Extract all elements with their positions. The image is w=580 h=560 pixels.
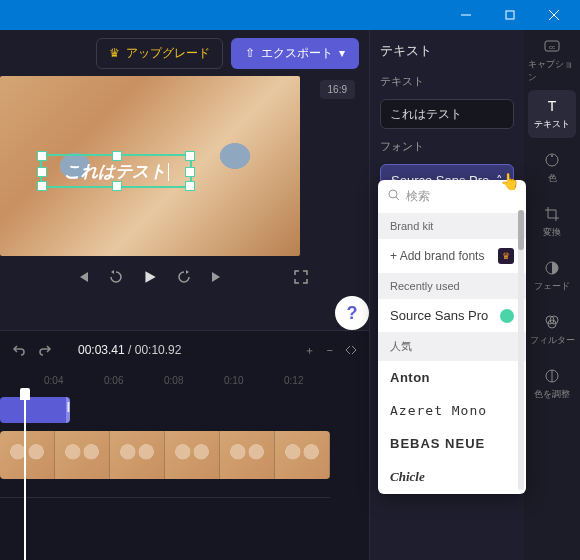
rewind-icon[interactable] xyxy=(108,269,124,285)
svg-line-5 xyxy=(396,197,399,200)
font-option-chicle[interactable]: Chicle xyxy=(378,460,526,494)
upgrade-button[interactable]: ♛ アップグレード xyxy=(96,38,223,69)
font-search-row[interactable]: 検索 xyxy=(378,180,526,213)
crown-icon: ♛ xyxy=(109,46,120,60)
timeline: 00:03.41 / 00:10.92 ＋ − 0:04 0:06 0:08 0… xyxy=(0,330,369,560)
app-window: ♛ アップグレード ⇧ エクスポート ▾ 16:9 これはテスト xyxy=(0,0,580,560)
search-icon xyxy=(388,189,400,204)
help-button[interactable]: ? xyxy=(335,296,369,330)
popular-header: 人気 xyxy=(378,332,526,361)
preview-area: 16:9 これはテスト ? xyxy=(0,76,369,330)
app-body: ♛ アップグレード ⇧ エクスポート ▾ 16:9 これはテスト xyxy=(0,30,580,560)
clip-thumbnail xyxy=(110,431,165,479)
clip-thumbnail xyxy=(165,431,220,479)
timeline-tracks[interactable] xyxy=(0,391,369,560)
text-field-label: テキスト xyxy=(380,74,514,89)
maximize-button[interactable] xyxy=(488,0,532,30)
skip-forward-icon[interactable] xyxy=(210,270,224,284)
video-clip[interactable] xyxy=(0,431,330,479)
right-rail: cc キャプション T テキスト 色 変換 フェード フィルター xyxy=(524,30,580,560)
svg-rect-1 xyxy=(506,11,514,19)
search-placeholder: 検索 xyxy=(406,188,430,205)
rail-text[interactable]: T テキスト xyxy=(528,90,576,138)
caption-icon: cc xyxy=(543,37,561,55)
adjust-icon xyxy=(543,367,561,385)
chevron-down-icon: ▾ xyxy=(339,46,345,60)
font-option-source-sans[interactable]: Source Sans Pro xyxy=(378,299,526,332)
upload-icon: ⇧ xyxy=(245,46,255,60)
redo-icon[interactable] xyxy=(38,343,52,357)
text-overlay-box[interactable]: これはテスト xyxy=(40,154,192,188)
dropdown-scrollbar[interactable] xyxy=(518,210,524,490)
palette-icon xyxy=(543,151,561,169)
export-label: エクスポート xyxy=(261,45,333,62)
clip-thumbnail xyxy=(275,431,330,479)
text-clip[interactable] xyxy=(0,397,70,423)
clip-thumbnail xyxy=(220,431,275,479)
font-option-azeret[interactable]: Azeret Mono xyxy=(378,394,526,427)
font-option-anton[interactable]: Anton xyxy=(378,361,526,394)
current-time: 00:03.41 xyxy=(78,343,125,357)
zoom-out-icon[interactable]: − xyxy=(327,344,333,356)
rail-adjust[interactable]: 色を調整 xyxy=(528,360,576,408)
topbar: ♛ アップグレード ⇧ エクスポート ▾ xyxy=(0,30,369,76)
filter-icon xyxy=(543,313,561,331)
skip-back-icon[interactable] xyxy=(76,270,90,284)
rail-color[interactable]: 色 xyxy=(528,144,576,192)
text-content-input[interactable] xyxy=(380,99,514,129)
panel-title: テキスト xyxy=(380,42,514,60)
check-icon xyxy=(500,309,514,323)
zoom-fit-icon[interactable] xyxy=(345,344,357,356)
add-brand-fonts-item[interactable]: + Add brand fonts ♛ xyxy=(378,239,526,273)
rail-filter[interactable]: フィルター xyxy=(528,306,576,354)
fade-icon xyxy=(543,259,561,277)
font-dropdown: 検索 Brand kit + Add brand fonts ♛ Recentl… xyxy=(378,180,526,494)
close-button[interactable] xyxy=(532,0,576,30)
playback-controls xyxy=(0,256,300,298)
timecode: 00:03.41 / 00:10.92 xyxy=(78,343,181,357)
svg-point-10 xyxy=(551,155,553,157)
crop-icon xyxy=(543,205,561,223)
forward-icon[interactable] xyxy=(176,269,192,285)
window-titlebar xyxy=(0,0,580,30)
undo-icon[interactable] xyxy=(12,343,26,357)
export-button[interactable]: ⇧ エクスポート ▾ xyxy=(231,38,359,69)
upgrade-label: アップグレード xyxy=(126,45,210,62)
clip-thumbnail xyxy=(0,431,55,479)
video-preview[interactable]: これはテスト xyxy=(0,76,300,256)
crown-icon: ♛ xyxy=(498,248,514,264)
clip-thumbnail xyxy=(55,431,110,479)
total-time: 00:10.92 xyxy=(135,343,182,357)
playhead[interactable] xyxy=(24,391,26,560)
rail-caption[interactable]: cc キャプション xyxy=(528,36,576,84)
timeline-toolbar: 00:03.41 / 00:10.92 ＋ − xyxy=(0,331,369,369)
text-icon: T xyxy=(543,97,561,115)
brand-kit-header: Brand kit xyxy=(378,213,526,239)
rail-transform[interactable]: 変換 xyxy=(528,198,576,246)
font-field-label: フォント xyxy=(380,139,514,154)
zoom-in-icon[interactable]: ＋ xyxy=(304,343,315,358)
aspect-ratio-badge[interactable]: 16:9 xyxy=(320,80,355,99)
minimize-button[interactable] xyxy=(444,0,488,30)
play-icon[interactable] xyxy=(142,269,158,285)
audio-track-line xyxy=(0,497,330,498)
timeline-ruler[interactable]: 0:04 0:06 0:08 0:10 0:12 xyxy=(0,369,369,391)
svg-text:cc: cc xyxy=(549,44,555,50)
fullscreen-icon[interactable] xyxy=(294,270,308,284)
properties-panel: テキスト テキスト フォント Source Sans Pro ˄ 👆 検索 Br… xyxy=(369,30,524,560)
svg-point-4 xyxy=(389,190,397,198)
font-option-bebas[interactable]: BEBAS NEUE xyxy=(378,427,526,460)
main-area: ♛ アップグレード ⇧ エクスポート ▾ 16:9 これはテスト xyxy=(0,30,369,560)
recently-used-header: Recently used xyxy=(378,273,526,299)
rail-fade[interactable]: フェード xyxy=(528,252,576,300)
svg-text:T: T xyxy=(548,98,557,114)
